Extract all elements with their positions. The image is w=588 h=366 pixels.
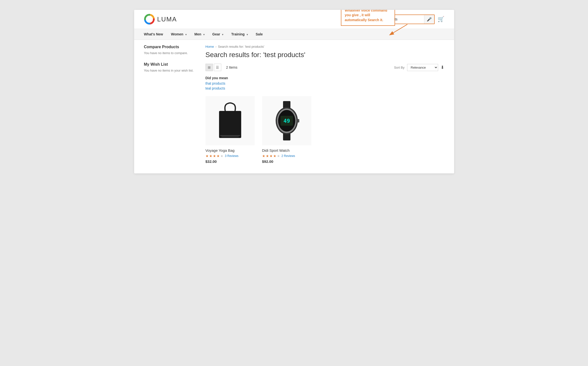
- luma-logo-icon: [144, 14, 155, 25]
- compare-products-title: Compare Products: [144, 45, 198, 49]
- toolbar-left: ⊞ ☰ 2 Items: [206, 64, 238, 71]
- breadcrumb-home[interactable]: Home: [206, 45, 214, 48]
- list-view-button[interactable]: ☰: [214, 64, 221, 71]
- wish-list-section: My Wish List You have no items in your w…: [144, 62, 198, 72]
- compare-products-section: Compare Products You have no items to co…: [144, 45, 198, 55]
- product-image-didi-sport-watch: 49: [262, 96, 311, 145]
- content-area: Home › Search results for: 'test product…: [206, 45, 444, 164]
- product-name-voyage-yoga-bag: Voyage Yoga Bag: [206, 148, 255, 152]
- sort-select[interactable]: Relevance Price Product Name Position: [407, 64, 438, 71]
- header-right: Whatever voice command you give , it wil…: [374, 15, 444, 24]
- voyage-yoga-bag-reviews[interactable]: 3 Reviews: [225, 154, 238, 158]
- toolbar-right: Sort By Relevance Price Product Name Pos…: [394, 64, 444, 71]
- annotation-arrow-icon: [388, 22, 415, 37]
- nav-item-women[interactable]: Women ▾: [167, 29, 191, 40]
- nav-item-sale[interactable]: Sale: [252, 29, 267, 40]
- breadcrumb-current: Search results for: 'test products': [218, 45, 265, 48]
- chevron-down-icon: ▾: [185, 33, 187, 36]
- sidebar: Compare Products You have no items to co…: [144, 45, 198, 164]
- main-content: Compare Products You have no items to co…: [134, 40, 454, 173]
- product-card-didi-sport-watch[interactable]: 49 Didi Sport Watch ★ ★ ★ ★ ★ 2 Reviews: [262, 96, 311, 164]
- wish-list-text: You have no items in your wish list.: [144, 69, 198, 72]
- product-rating-didi-sport-watch: ★ ★ ★ ★ ★ 2 Reviews: [262, 154, 311, 158]
- did-you-mean-section: Did you mean that products teal products: [206, 76, 444, 90]
- product-rating-voyage-yoga-bag: ★ ★ ★ ★ ★ 3 Reviews: [206, 154, 255, 158]
- svg-text:49: 49: [283, 118, 290, 124]
- wish-list-title: My Wish List: [144, 62, 198, 67]
- toolbar: ⊞ ☰ 2 Items Sort By Relevance Price Prod…: [206, 64, 444, 71]
- product-card-voyage-yoga-bag[interactable]: Voyage Yoga Bag ★ ★ ★ ★ ★ 3 Reviews $32.…: [206, 96, 255, 164]
- page-title: Search results for: 'test products': [206, 51, 444, 59]
- svg-line-1: [390, 24, 407, 35]
- products-grid: Voyage Yoga Bag ★ ★ ★ ★ ★ 3 Reviews $32.…: [206, 96, 444, 164]
- chevron-down-icon: ▾: [203, 33, 205, 36]
- logo-text: LUMA: [157, 15, 177, 23]
- product-image-voyage-yoga-bag: [206, 96, 255, 145]
- nav-item-whats-new[interactable]: What's New: [144, 29, 167, 40]
- logo-area: LUMA: [144, 14, 177, 25]
- page-wrapper: LUMA Whatever voice command you give , i…: [134, 10, 454, 173]
- did-you-mean-label: Did you mean: [206, 76, 444, 80]
- cart-icon[interactable]: 🛒: [438, 16, 444, 22]
- product-price-voyage-yoga-bag: $32.00: [206, 159, 255, 164]
- suggestion-that-products[interactable]: that products: [206, 81, 444, 85]
- nav-item-gear[interactable]: Gear ▾: [208, 29, 227, 40]
- voyage-yoga-bag-image: [214, 100, 246, 142]
- suggestion-teal-products[interactable]: teal products: [206, 86, 444, 90]
- product-name-didi-sport-watch: Didi Sport Watch: [262, 148, 311, 152]
- svg-rect-12: [297, 119, 299, 122]
- chevron-down-icon: ▾: [222, 33, 223, 36]
- compare-products-text: You have no items to compare.: [144, 51, 198, 55]
- product-price-didi-sport-watch: $92.00: [262, 159, 311, 164]
- annotation-box: Whatever voice command you give , it wil…: [341, 10, 395, 26]
- view-buttons: ⊞ ☰: [206, 64, 221, 71]
- annotation-text: Whatever voice command you give , it wil…: [345, 10, 387, 22]
- svg-rect-2: [219, 111, 241, 138]
- grid-view-button[interactable]: ⊞: [206, 64, 213, 71]
- chevron-down-icon: ▾: [247, 33, 248, 36]
- nav-item-men[interactable]: Men ▾: [191, 29, 208, 40]
- item-count: 2 Items: [226, 65, 238, 69]
- mic-button[interactable]: 🎤: [424, 15, 434, 24]
- sort-label: Sort By: [394, 66, 405, 69]
- didi-sport-watch-image: 49: [270, 100, 304, 142]
- didi-sport-watch-reviews[interactable]: 2 Reviews: [282, 154, 295, 158]
- header: LUMA Whatever voice command you give , i…: [134, 10, 454, 29]
- sort-direction-icon[interactable]: ⬇: [441, 65, 444, 70]
- nav-item-training[interactable]: Training ▾: [227, 29, 252, 40]
- breadcrumb: Home › Search results for: 'test product…: [206, 45, 444, 48]
- breadcrumb-separator: ›: [215, 45, 216, 48]
